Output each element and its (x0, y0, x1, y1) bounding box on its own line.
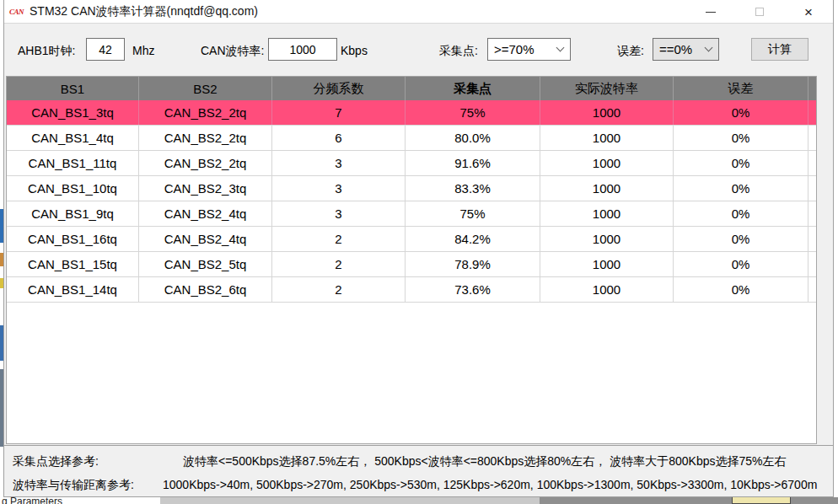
table-cell: CAN_BS1_3tq (7, 100, 139, 125)
table-row[interactable]: CAN_BS1_15tqCAN_BS2_5tq278.9%10000% (7, 252, 816, 277)
table-cell: CAN_BS2_2tq (139, 100, 272, 125)
table-cell: 78.9% (406, 252, 540, 276)
maximize-button[interactable] (735, 0, 784, 24)
close-button[interactable]: × (784, 0, 833, 24)
table-cell: 0% (674, 252, 808, 276)
table-cell: 1000 (540, 100, 674, 125)
minimize-icon (706, 12, 716, 13)
table-cell: CAN_BS2_2tq (139, 126, 272, 150)
table-cell: 73.6% (406, 277, 540, 302)
table-row[interactable]: CAN_BS1_3tqCAN_BS2_2tq775%10000% (7, 100, 816, 126)
distance-ref-label: 波特率与传输距离参考: (13, 478, 134, 493)
table-cell: 1000 (540, 151, 674, 175)
ahb1-clock-label: AHB1时钟: (18, 44, 75, 59)
table-cell: CAN_BS2_4tq (139, 201, 272, 226)
distance-ref-text: 1000Kbps->40m, 500Kbps->270m, 250Kbps->5… (163, 478, 817, 491)
error-value: ==0% (659, 42, 692, 56)
error-label: 误差: (617, 44, 644, 59)
table-cell: 2 (272, 252, 406, 276)
sample-point-value: >=70% (494, 42, 534, 56)
table-cell: 91.6% (406, 151, 540, 175)
minimize-button[interactable] (686, 0, 735, 24)
error-select[interactable]: ==0% (653, 38, 719, 61)
table-cell: CAN_BS1_10tq (7, 176, 139, 201)
column-header-采集点[interactable]: 采集点 (406, 77, 540, 100)
background-window-fragment (160, 497, 540, 504)
background-window-text-fragment: g Parameters (2, 496, 62, 504)
title-bar: CAN STM32 CAN波特率计算器(nnqtdf@qq.com) × (4, 0, 833, 24)
ahb1-unit-label: Mhz (132, 44, 154, 57)
sample-ref-label: 采集点选择参考: (13, 454, 99, 469)
table-cell: 3 (272, 176, 406, 201)
chevron-down-icon (556, 44, 565, 52)
table-cell: 3 (272, 151, 406, 175)
column-header-分频系数[interactable]: 分频系数 (272, 77, 406, 100)
column-header-实际波特率[interactable]: 实际波特率 (540, 77, 674, 100)
can-baud-input[interactable] (268, 38, 337, 61)
table-cell: CAN_BS1_11tq (7, 151, 139, 175)
table-cell: 2 (272, 277, 406, 302)
table-cell: 75% (406, 100, 540, 125)
column-header-误差[interactable]: 误差 (674, 77, 808, 100)
results-table: BS1BS2分频系数采集点实际波特率误差 CAN_BS1_3tqCAN_BS2_… (6, 76, 817, 444)
table-row[interactable]: CAN_BS1_4tqCAN_BS2_2tq680.0%10000% (7, 126, 816, 151)
table-cell: 0% (674, 201, 808, 226)
app-icon: CAN (9, 8, 24, 16)
column-header-BS1[interactable]: BS1 (7, 77, 139, 100)
table-cell: 3 (272, 201, 406, 226)
table-cell: CAN_BS2_2tq (139, 151, 272, 175)
table-row[interactable]: CAN_BS1_10tqCAN_BS2_3tq383.3%10000% (7, 176, 816, 201)
table-cell: 0% (674, 176, 808, 201)
table-cell: CAN_BS1_15tq (7, 252, 139, 276)
table-cell: CAN_BS1_4tq (7, 126, 139, 150)
background-window-tab-fragment (732, 496, 791, 504)
calculate-button[interactable]: 计算 (751, 38, 808, 61)
table-cell: 0% (674, 277, 808, 302)
table-cell: CAN_BS1_16tq (7, 227, 139, 251)
background-window-fragment (540, 497, 838, 504)
sample-point-label: 采集点: (439, 44, 478, 59)
table-row[interactable]: CAN_BS1_16tqCAN_BS2_4tq284.2%10000% (7, 227, 816, 252)
table-cell: 1000 (540, 201, 674, 226)
column-header-BS2[interactable]: BS2 (139, 77, 272, 100)
table-header-row: BS1BS2分频系数采集点实际波特率误差 (7, 77, 816, 100)
table-cell: 2 (272, 227, 406, 251)
table-cell: 1000 (540, 176, 674, 201)
table-cell: 6 (272, 126, 406, 150)
table-cell: CAN_BS2_6tq (139, 277, 272, 302)
table-cell: CAN_BS2_4tq (139, 227, 272, 251)
app-window: CAN STM32 CAN波特率计算器(nnqtdf@qq.com) × AHB… (3, 0, 834, 497)
status-bar: 采集点选择参考: 波特率<=500Kbps选择87.5%左右， 500Kbps<… (4, 445, 833, 496)
table-cell: 1000 (540, 227, 674, 251)
sample-ref-text: 波特率<=500Kbps选择87.5%左右， 500Kbps<波特率<=800K… (183, 454, 786, 469)
table-body: CAN_BS1_3tqCAN_BS2_2tq775%10000%CAN_BS1_… (7, 100, 816, 303)
table-cell: 1000 (540, 277, 674, 302)
table-cell: CAN_BS1_9tq (7, 201, 139, 226)
can-baud-label: CAN波特率: (201, 44, 264, 59)
table-row[interactable]: CAN_BS1_14tqCAN_BS2_6tq273.6%10000% (7, 277, 816, 303)
table-cell: CAN_BS2_3tq (139, 176, 272, 201)
chevron-down-icon (705, 44, 713, 52)
table-cell: 75% (406, 201, 540, 226)
window-title: STM32 CAN波特率计算器(nnqtdf@qq.com) (30, 4, 258, 19)
baud-unit-label: Kbps (341, 44, 368, 57)
table-cell: 0% (674, 100, 808, 125)
table-cell: CAN_BS1_14tq (7, 277, 139, 302)
ahb1-clock-input[interactable] (86, 38, 125, 61)
table-row[interactable]: CAN_BS1_9tqCAN_BS2_4tq375%10000% (7, 201, 816, 227)
table-cell: 1000 (540, 126, 674, 150)
table-row[interactable]: CAN_BS1_11tqCAN_BS2_2tq391.6%10000% (7, 151, 816, 176)
table-cell: 0% (674, 151, 808, 175)
table-cell: 0% (674, 227, 808, 251)
table-cell: 80.0% (406, 126, 540, 150)
table-cell: CAN_BS2_5tq (139, 252, 272, 276)
close-icon: × (804, 5, 813, 19)
table-cell: 84.2% (406, 227, 540, 251)
table-cell: 1000 (540, 252, 674, 276)
maximize-icon (755, 8, 764, 16)
table-cell: 7 (272, 100, 406, 125)
table-cell: 83.3% (406, 176, 540, 201)
sample-point-select[interactable]: >=70% (487, 38, 571, 61)
table-cell: 0% (674, 126, 808, 150)
